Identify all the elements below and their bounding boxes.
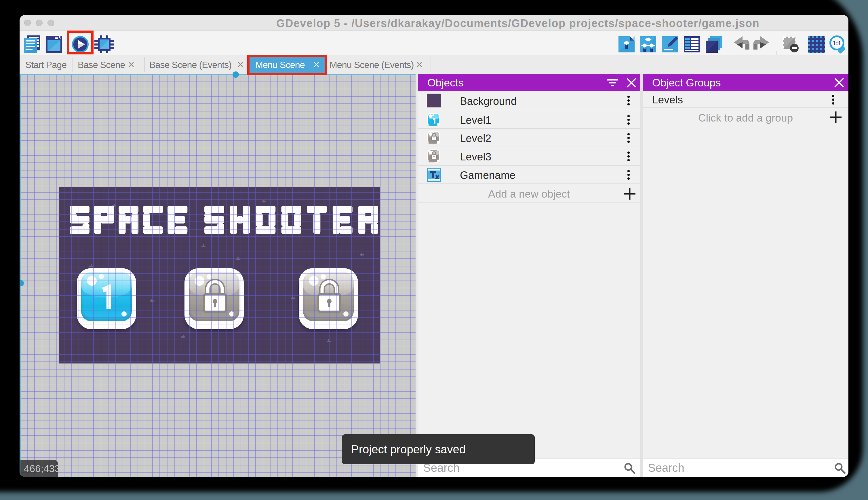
svg-text:1:1: 1:1 xyxy=(833,40,842,46)
